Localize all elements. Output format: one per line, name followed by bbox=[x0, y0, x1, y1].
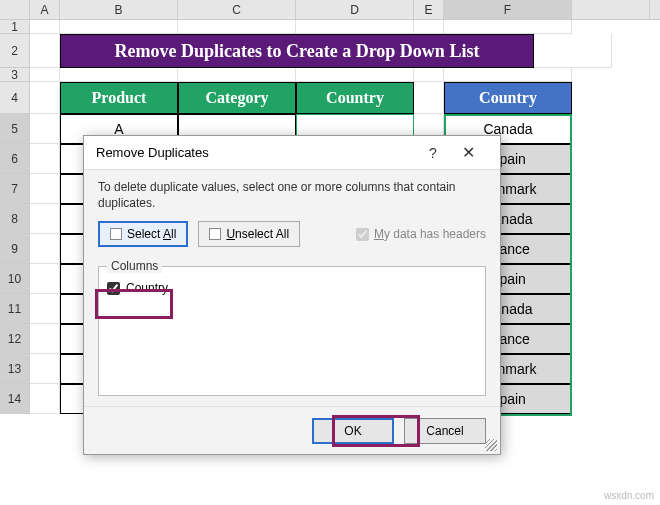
col-header-b[interactable]: B bbox=[60, 0, 178, 19]
row-header-13[interactable]: 13 bbox=[0, 354, 30, 384]
unselect-all-button[interactable]: Unselect All bbox=[198, 221, 300, 247]
row-header-10[interactable]: 10 bbox=[0, 264, 30, 294]
row-header-4[interactable]: 4 bbox=[0, 82, 30, 114]
row-header-1[interactable]: 1 bbox=[0, 20, 30, 34]
row-header-5[interactable]: 5 bbox=[0, 114, 30, 144]
column-headers: A B C D E F bbox=[0, 0, 660, 20]
headers-checkbox[interactable] bbox=[356, 228, 369, 241]
remove-duplicates-dialog: Remove Duplicates ? ✕ To delete duplicat… bbox=[83, 135, 501, 455]
select-all-button[interactable]: Select All bbox=[98, 221, 188, 247]
col-header-c[interactable]: C bbox=[178, 0, 296, 19]
row-header-14[interactable]: 14 bbox=[0, 384, 30, 414]
col-header-d[interactable]: D bbox=[296, 0, 414, 19]
col-header-g[interactable] bbox=[572, 0, 650, 19]
row-header-3[interactable]: 3 bbox=[0, 68, 30, 82]
ok-button[interactable]: OK bbox=[312, 418, 394, 444]
headers-checkbox-label: My data has headers bbox=[374, 227, 486, 241]
row-header-11[interactable]: 11 bbox=[0, 294, 30, 324]
row-header-7[interactable]: 7 bbox=[0, 174, 30, 204]
unselect-all-icon bbox=[209, 228, 221, 240]
row-header-8[interactable]: 8 bbox=[0, 204, 30, 234]
row-header-2[interactable]: 2 bbox=[0, 34, 30, 68]
resize-grip[interactable] bbox=[485, 439, 497, 451]
spreadsheet-grid: A B C D E F 1 2 Remove Duplicates to Cre… bbox=[0, 0, 660, 505]
header-country-left: Country bbox=[296, 82, 414, 114]
row-header-9[interactable]: 9 bbox=[0, 234, 30, 264]
header-country-right: Country bbox=[444, 82, 572, 114]
row-header-12[interactable]: 12 bbox=[0, 324, 30, 354]
dialog-title-text: Remove Duplicates bbox=[96, 145, 209, 160]
columns-legend: Columns bbox=[107, 259, 162, 273]
col-header-e[interactable]: E bbox=[414, 0, 444, 19]
row-header-6[interactable]: 6 bbox=[0, 144, 30, 174]
dialog-description: To delete duplicate values, select one o… bbox=[98, 180, 486, 211]
header-category: Category bbox=[178, 82, 296, 114]
col-header-a[interactable]: A bbox=[30, 0, 60, 19]
watermark: wsxdn.com bbox=[604, 490, 654, 501]
dialog-titlebar[interactable]: Remove Duplicates ? ✕ bbox=[84, 136, 500, 170]
close-button[interactable]: ✕ bbox=[448, 143, 488, 162]
col-header-f[interactable]: F bbox=[444, 0, 572, 19]
banner-title: Remove Duplicates to Create a Drop Down … bbox=[60, 34, 534, 68]
cancel-button[interactable]: Cancel bbox=[404, 418, 486, 444]
header-product: Product bbox=[60, 82, 178, 114]
column-checkbox-item[interactable]: Country bbox=[107, 279, 477, 297]
select-all-corner[interactable] bbox=[0, 0, 30, 19]
column-checkbox-country[interactable] bbox=[107, 282, 120, 295]
column-checkbox-label: Country bbox=[126, 281, 168, 295]
select-all-icon bbox=[110, 228, 122, 240]
help-button[interactable]: ? bbox=[418, 145, 448, 161]
columns-fieldset: Columns Country bbox=[98, 259, 486, 396]
headers-checkbox-wrap[interactable]: My data has headers bbox=[356, 227, 486, 241]
